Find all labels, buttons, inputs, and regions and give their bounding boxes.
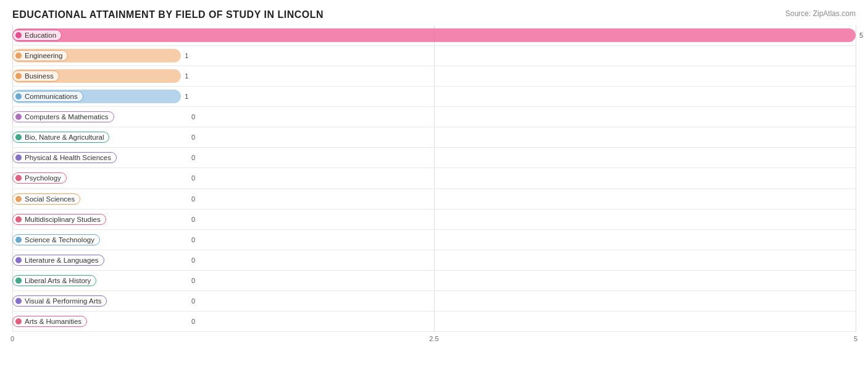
label-dot: [15, 114, 22, 120]
label-dot: [15, 53, 22, 59]
chart-area: Education5Engineering1Business1Communica…: [12, 25, 856, 350]
label-text: Computers & Mathematics: [25, 113, 109, 121]
chart-source: Source: ZipAtlas.com: [785, 9, 856, 18]
bar-value: 0: [191, 113, 195, 121]
bar-row: Bio, Nature & Agricultural0: [12, 127, 856, 148]
bar-value: 0: [191, 297, 195, 305]
bar-label: Physical & Health Sciences: [12, 152, 117, 163]
label-text: Communications: [25, 93, 78, 100]
bar-row: Communications1: [12, 87, 856, 107]
label-text: Literature & Languages: [25, 256, 99, 264]
label-dot: [15, 93, 22, 100]
bar-row: Science & Technology0: [12, 230, 856, 250]
label-dot: [15, 318, 22, 324]
bar-label: Multidisciplinary Studies: [12, 214, 106, 225]
bar-label: Bio, Nature & Agricultural: [12, 132, 109, 143]
x-tick: 2.5: [429, 335, 438, 342]
label-text: Physical & Health Sciences: [25, 154, 111, 161]
bar-track: [12, 28, 856, 42]
bar-row: Liberal Arts & History0: [12, 271, 856, 291]
label-text: Science & Technology: [25, 236, 94, 244]
label-text: Business: [25, 72, 54, 80]
bars-wrapper: Education5Engineering1Business1Communica…: [12, 25, 856, 332]
x-tick: 0: [10, 335, 14, 342]
label-dot: [15, 134, 22, 140]
bar-row: Arts & Humanities0: [12, 312, 856, 332]
bar-label: Education: [12, 30, 62, 41]
bar-label: Literature & Languages: [12, 255, 104, 266]
label-text: Multidisciplinary Studies: [25, 216, 101, 223]
bar-label: Arts & Humanities: [12, 316, 87, 327]
chart-container: EDUCATIONAL ATTAINMENT BY FIELD OF STUDY…: [0, 0, 868, 390]
bar-value: 1: [185, 52, 188, 59]
bar-row: Visual & Performing Arts0: [12, 291, 856, 312]
label-dot: [15, 196, 22, 202]
label-dot: [15, 237, 22, 243]
bar-label: Visual & Performing Arts: [12, 295, 107, 307]
bar-value: 5: [859, 32, 863, 39]
chart-title: EDUCATIONAL ATTAINMENT BY FIELD OF STUDY…: [12, 9, 856, 20]
label-text: Engineering: [25, 52, 62, 59]
bar-row: Computers & Mathematics0: [12, 107, 856, 127]
bar-label: Business: [12, 70, 59, 82]
label-dot: [15, 216, 22, 223]
label-dot: [15, 298, 22, 304]
bar-label: Engineering: [12, 50, 68, 61]
label-text: Liberal Arts & History: [25, 277, 91, 284]
bar-value: 0: [191, 174, 195, 182]
bar-label: Social Sciences: [12, 193, 80, 205]
label-text: Arts & Humanities: [25, 318, 81, 325]
bar-value: 1: [185, 93, 188, 100]
bar-row: Multidisciplinary Studies0: [12, 210, 856, 230]
label-text: Education: [25, 32, 56, 39]
bar-label: Computers & Mathematics: [12, 111, 114, 122]
bar-value: 0: [191, 195, 195, 203]
label-dot: [15, 32, 22, 38]
bar-row: Physical & Health Sciences0: [12, 148, 856, 168]
x-tick: 5: [854, 335, 858, 342]
bar-label: Psychology: [12, 172, 67, 184]
label-text: Visual & Performing Arts: [25, 297, 101, 305]
bar-row: Engineering1: [12, 46, 856, 66]
grid-line: [856, 25, 856, 332]
bar-value: 0: [191, 134, 195, 141]
label-text: Psychology: [25, 174, 61, 182]
bar-label: Liberal Arts & History: [12, 275, 96, 286]
bar-value: 1: [185, 72, 188, 80]
bar-value: 0: [191, 216, 195, 223]
bar-label: Communications: [12, 91, 83, 102]
bar-value: 0: [191, 256, 195, 264]
x-axis: 02.55: [12, 332, 856, 350]
label-dot: [15, 257, 22, 263]
bar-value: 0: [191, 154, 195, 161]
label-dot: [15, 73, 22, 79]
label-text: Bio, Nature & Agricultural: [25, 134, 104, 141]
label-dot: [15, 155, 22, 161]
label-dot: [15, 175, 22, 181]
bar-value: 0: [191, 236, 195, 244]
label-text: Social Sciences: [25, 195, 75, 203]
bar-row: Psychology0: [12, 168, 856, 189]
bar-row: Social Sciences0: [12, 189, 856, 210]
label-dot: [15, 278, 22, 284]
bar-value: 0: [191, 277, 195, 284]
bar-row: Business1: [12, 66, 856, 87]
bar-row: Education5: [12, 25, 856, 46]
bar-value: 0: [191, 318, 195, 325]
bar-row: Literature & Languages0: [12, 250, 856, 271]
bar-label: Science & Technology: [12, 234, 100, 245]
